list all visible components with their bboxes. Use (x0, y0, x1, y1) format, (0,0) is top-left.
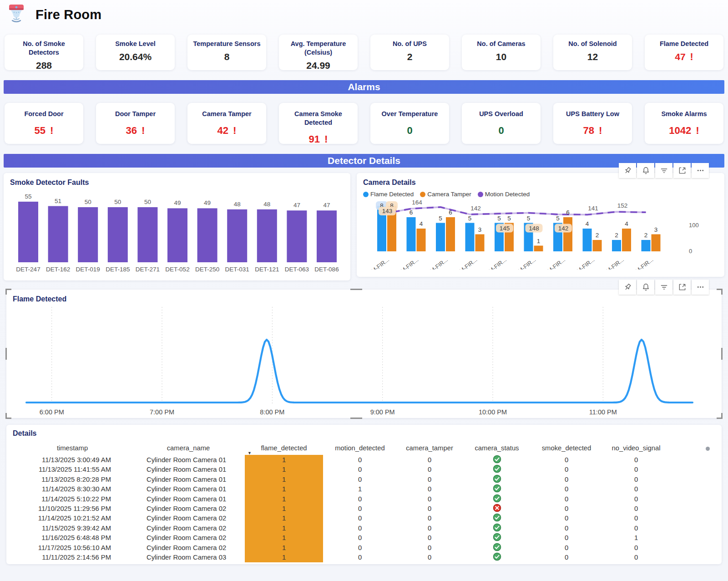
more-options-button[interactable] (692, 280, 709, 295)
alarm-card-0[interactable]: Forced Door55! (5, 103, 83, 144)
table-row[interactable]: 11/16/2025 6:48:48 PMCylinder Room Camer… (13, 533, 715, 542)
table-row[interactable]: 11/15/2025 9:39:42 AMCylinder Room Camer… (13, 523, 715, 533)
column-header-flame_detected[interactable]: flame_detected▼ (245, 444, 323, 452)
smoke-bar-DET-247[interactable] (18, 202, 38, 262)
smoke-bar-DET-052[interactable] (167, 208, 187, 262)
tamper-bar[interactable] (622, 229, 631, 251)
tamper-bar[interactable] (652, 234, 661, 252)
column-header-camera_name[interactable]: camera_name (132, 444, 245, 452)
kpi-card-2[interactable]: Temperature Sensors8 (187, 35, 266, 70)
resize-handle[interactable] (717, 413, 723, 419)
table-row[interactable]: 11/10/2025 11:29:56 PMCylinder Room Came… (13, 504, 715, 513)
table-row[interactable]: 11/14/2025 8:30:30 AMCylinder Room Camer… (13, 484, 715, 494)
smoke-bar-DET-250[interactable] (197, 208, 217, 262)
alerts-button[interactable] (637, 163, 654, 178)
alerts-button[interactable] (637, 280, 654, 295)
smoke-bar-DET-271[interactable] (137, 207, 157, 262)
no_video_signal-cell: 0 (602, 544, 671, 551)
table-row[interactable]: 11/17/2025 10:56:10 AMCylinder Room Came… (13, 543, 715, 552)
no_video_signal-cell: 0 (602, 505, 671, 512)
resize-handle[interactable] (350, 289, 362, 290)
resize-handle[interactable] (717, 289, 723, 295)
alarm-card-4[interactable]: Over Temperature0 (370, 103, 449, 144)
smoke-bar-DET-185[interactable] (108, 207, 128, 262)
alarm-card-6[interactable]: UPS Battery Low78! (553, 103, 632, 144)
flame-bar[interactable] (612, 240, 621, 251)
focus-mode-button[interactable] (673, 163, 691, 178)
table-row[interactable]: 11/11/2025 2:14:56 PMCylinder Room Camer… (13, 552, 715, 562)
table-row[interactable]: 11/14/2025 5:10:22 PMCylinder Room Camer… (13, 494, 715, 504)
legend-dot-icon (420, 192, 425, 197)
column-header-camera_tamper[interactable]: camera_tamper (397, 444, 462, 452)
kpi-card-7[interactable]: Flame Detected47! (645, 35, 723, 70)
alarm-card-1[interactable]: Door Tamper36! (96, 103, 175, 144)
kpi-card-3[interactable]: Avg. Temperature (Celsius)24.99 (279, 35, 358, 70)
more-options-button[interactable] (692, 163, 709, 178)
smoke_detected-cell: 0 (531, 525, 602, 532)
camera_name-cell: Cylinder Room Camera 02 (132, 534, 245, 541)
kpi-card-4[interactable]: No. of UPS2 (370, 35, 449, 70)
pin-button[interactable] (619, 280, 636, 295)
kpi-card-5[interactable]: No. of Cameras10 (462, 35, 541, 70)
legend-item-camera-tamper[interactable]: Camera Tamper (420, 191, 471, 198)
legend-item-flame-detected[interactable]: Flame Detected (363, 191, 414, 198)
focus-mode-button[interactable] (673, 280, 691, 295)
alert-exclamation-icon: ! (233, 125, 236, 136)
column-header-no_video_signal[interactable]: no_video_signal (602, 444, 671, 452)
tamper-bar[interactable] (563, 217, 572, 251)
pin-button[interactable] (619, 163, 636, 178)
kpi-card-1[interactable]: Smoke Level20.64% (96, 35, 175, 70)
resize-handle[interactable] (5, 348, 7, 360)
resize-handle[interactable] (5, 289, 11, 295)
flame-bar[interactable] (583, 229, 592, 251)
smoke-bar-DET-063[interactable] (287, 210, 307, 262)
fire-room-dashboard: { "header": { "title": "Fire Room", "ico… (0, 0, 728, 581)
tamper-bar[interactable] (475, 234, 485, 252)
alarm-card-2[interactable]: Camera Tamper42! (187, 103, 266, 144)
tamper-bar-label: 4 (420, 220, 423, 227)
kpi-card-0[interactable]: No. of Smoke Detectors288 (5, 35, 83, 70)
flame-bar[interactable] (465, 223, 475, 252)
smoke-bar-DET-086[interactable] (317, 210, 337, 262)
smoke-detector-faults-chart[interactable]: Smoke Detector Faults 55DET-24751DET-162… (4, 173, 350, 280)
details-table-panel[interactable]: Details timestampcamera_nameflame_detect… (6, 425, 722, 564)
scrollbar-dot[interactable] (706, 447, 710, 451)
flame-bar[interactable] (407, 217, 416, 251)
legend-item-motion-detected[interactable]: Motion Detected (478, 191, 530, 198)
filter-button[interactable] (655, 163, 672, 178)
flame-detected-chart[interactable]: Flame Detected 6:00 PM7:00 PM8:00 PM9:00… (6, 290, 722, 418)
smoke-bar-DET-162[interactable] (48, 206, 68, 262)
flame-bar[interactable] (642, 240, 651, 251)
smoke-bar-DET-031[interactable] (227, 209, 247, 262)
tamper-bar[interactable] (417, 229, 426, 251)
tamper-bar[interactable] (534, 246, 543, 252)
tamper-bar[interactable] (446, 217, 455, 251)
column-header-smoke_detected[interactable]: smoke_detected (531, 444, 602, 452)
column-header-motion_detected[interactable]: motion_detected (323, 444, 397, 452)
smoke_detected-cell: 0 (531, 554, 602, 561)
timestamp-cell: 11/16/2025 6:48:48 PM (13, 534, 132, 541)
table-row[interactable]: 11/13/2025 3:00:49 AMCylinder Room Camer… (13, 455, 715, 464)
table-row[interactable]: 11/13/2025 8:20:28 PMCylinder Room Camer… (13, 474, 715, 484)
resize-handle[interactable] (5, 413, 11, 419)
pin-icon (623, 282, 632, 292)
tamper-bar[interactable] (593, 240, 602, 251)
resize-handle[interactable] (721, 348, 723, 360)
bar-category-label: DET-063 (285, 266, 309, 273)
alarm-card-7[interactable]: Smoke Alarms1042! (645, 103, 723, 144)
kpi-card-6[interactable]: No. of Solenoid12 (553, 35, 632, 70)
flame-detected-line[interactable] (26, 340, 693, 403)
alarm-card-3[interactable]: Camera Smoke Detected91! (279, 103, 358, 144)
table-row[interactable]: 11/13/2025 11:41:55 AMCylinder Room Came… (13, 464, 715, 474)
column-header-timestamp[interactable]: timestamp (13, 444, 132, 452)
column-header-camera_status[interactable]: camera_status (462, 444, 531, 452)
alarm-label: Smoke Alarms (645, 110, 723, 118)
flame-bar[interactable] (436, 223, 445, 252)
resize-handle[interactable] (350, 418, 362, 419)
alarm-card-5[interactable]: UPS Overload0 (462, 103, 541, 144)
camera-details-chart[interactable]: Camera Details Flame DetectedCamera Tamp… (357, 173, 724, 277)
table-row[interactable]: 11/14/2025 10:21:52 AMCylinder Room Came… (13, 513, 715, 523)
filter-button[interactable] (655, 280, 672, 295)
smoke-bar-DET-019[interactable] (78, 207, 98, 262)
smoke-bar-DET-121[interactable] (257, 209, 277, 262)
